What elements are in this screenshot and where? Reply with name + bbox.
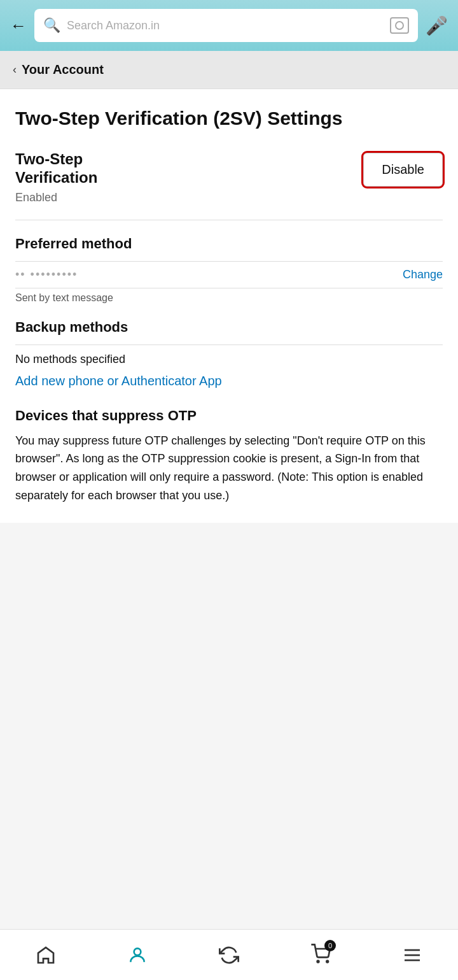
nav-account[interactable] — [114, 940, 160, 970]
search-bar[interactable]: 🔍 Search Amazon.in — [34, 9, 418, 42]
camera-icon[interactable] — [390, 17, 409, 34]
cart-badge-wrap: 0 — [310, 944, 331, 967]
cart-count-badge: 0 — [324, 940, 336, 951]
header: ← 🔍 Search Amazon.in 🎤 — [0, 0, 458, 51]
disable-button[interactable]: Disable — [363, 153, 443, 187]
phone-number-blurred: •• ••••••••• — [15, 268, 78, 281]
breadcrumb[interactable]: ‹ Your Account — [0, 51, 458, 89]
page-title: Two-Step Verification (2SV) Settings — [15, 107, 443, 130]
backup-methods-title: Backup methods — [15, 319, 443, 336]
search-icon: 🔍 — [43, 17, 60, 34]
search-placeholder-text: Search Amazon.in — [67, 19, 384, 32]
nav-home[interactable] — [23, 940, 69, 970]
breadcrumb-label: Your Account — [22, 62, 104, 77]
otp-section: Devices that suppress OTP You may suppre… — [15, 408, 443, 505]
breadcrumb-arrow-icon: ‹ — [13, 63, 17, 76]
main-content: Two-Step Verification (2SV) Settings Two… — [0, 89, 458, 523]
refresh-icon — [219, 945, 239, 965]
svg-point-1 — [317, 960, 319, 962]
otp-description: You may suppress future OTP challenges b… — [15, 432, 443, 505]
sent-by-text: Sent by text message — [15, 292, 443, 304]
svg-point-0 — [134, 948, 141, 955]
no-methods-text: No methods specified — [15, 344, 443, 366]
tsv-label-group: Two-StepVerification Enabled — [15, 150, 97, 204]
otp-section-title: Devices that suppress OTP — [15, 408, 443, 424]
nav-returns[interactable] — [206, 940, 252, 970]
tsv-label: Two-StepVerification — [15, 150, 97, 187]
add-backup-link[interactable]: Add new phone or Authenticator App — [15, 374, 222, 388]
change-link[interactable]: Change — [403, 268, 443, 281]
menu-icon — [402, 945, 422, 965]
backup-methods-section: Backup methods No methods specified Add … — [15, 319, 443, 401]
two-step-verification-row: Two-StepVerification Enabled Disable — [15, 150, 443, 204]
person-icon — [127, 945, 148, 965]
tsv-status: Enabled — [15, 191, 97, 204]
svg-point-2 — [326, 960, 328, 962]
nav-cart[interactable]: 0 — [298, 939, 344, 972]
home-icon — [36, 945, 56, 965]
back-button[interactable]: ← — [10, 16, 27, 36]
mic-icon[interactable]: 🎤 — [426, 15, 448, 36]
preferred-method-section: Preferred method •• ••••••••• Change Sen… — [15, 236, 443, 304]
nav-menu[interactable] — [389, 940, 435, 970]
preferred-method-row: •• ••••••••• Change — [15, 261, 443, 288]
divider-1 — [15, 220, 443, 220]
preferred-method-title: Preferred method — [15, 236, 443, 252]
bottom-nav: 0 — [0, 929, 458, 980]
